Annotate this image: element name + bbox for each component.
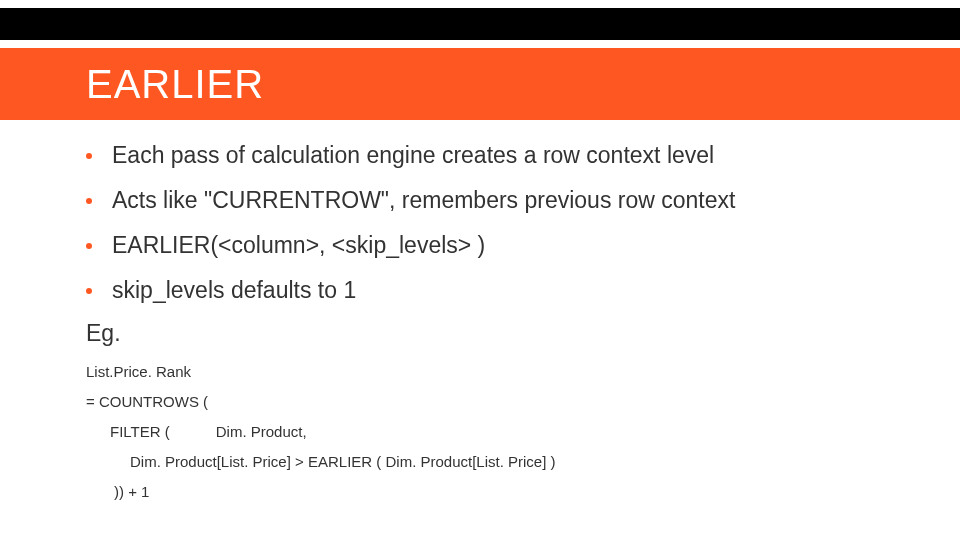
bullet-text: EARLIER(<column>, <skip_levels> ) — [112, 230, 485, 261]
code-text: Dim. Product, — [216, 423, 307, 440]
bullet-item: EARLIER(<column>, <skip_levels> ) — [86, 230, 900, 261]
code-text: FILTER ( — [110, 423, 170, 440]
code-line: Dim. Product[List. Price] > EARLIER ( Di… — [86, 453, 900, 471]
bullet-item: Each pass of calculation engine creates … — [86, 140, 900, 171]
blackbar — [0, 8, 960, 40]
code-line: FILTER (Dim. Product, — [86, 423, 900, 441]
slide: EARLIER Each pass of calculation engine … — [0, 0, 960, 540]
title-bar: EARLIER — [0, 48, 960, 120]
bullet-item: skip_levels defaults to 1 — [86, 275, 900, 306]
bullet-text: Acts like "CURRENTROW", remembers previo… — [112, 185, 735, 216]
bullet-icon — [86, 243, 92, 249]
bullet-list: Each pass of calculation engine creates … — [86, 140, 900, 306]
code-line: )) + 1 — [86, 483, 900, 501]
code-line: List.Price. Rank — [86, 363, 900, 381]
code-block: List.Price. Rank = COUNTROWS ( FILTER (D… — [86, 363, 900, 501]
example-label: Eg. — [86, 320, 900, 347]
bullet-text: skip_levels defaults to 1 — [112, 275, 356, 306]
bullet-icon — [86, 198, 92, 204]
bullet-icon — [86, 288, 92, 294]
bullet-icon — [86, 153, 92, 159]
code-line: = COUNTROWS ( — [86, 393, 900, 411]
slide-title: EARLIER — [86, 62, 264, 107]
bullet-item: Acts like "CURRENTROW", remembers previo… — [86, 185, 900, 216]
bullet-text: Each pass of calculation engine creates … — [112, 140, 714, 171]
slide-body: Each pass of calculation engine creates … — [86, 140, 900, 513]
